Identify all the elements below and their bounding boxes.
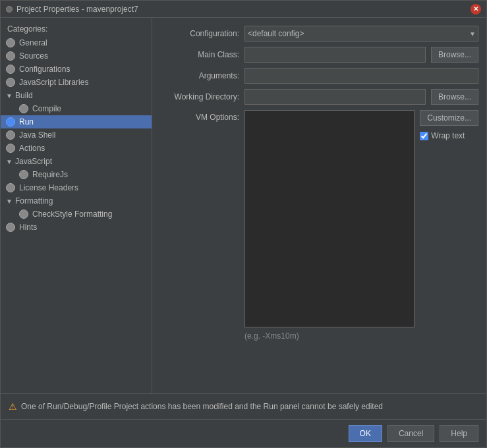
vm-options-label: VM Options: bbox=[160, 110, 239, 122]
sidebar-group-build[interactable]: ▼ Build bbox=[1, 89, 152, 102]
expand-arrow-icon: ▼ bbox=[6, 92, 13, 99]
bullet-icon bbox=[6, 78, 15, 87]
expand-arrow-icon: ▼ bbox=[6, 158, 13, 165]
sidebar-item-license-headers-label: License Headers bbox=[19, 183, 78, 192]
vm-options-textarea[interactable] bbox=[244, 110, 415, 327]
bullet-icon bbox=[6, 65, 15, 74]
vm-options-section: VM Options: Customize... Wrap text (e.g.… bbox=[160, 110, 478, 385]
configuration-label: Configuration: bbox=[160, 29, 239, 38]
bullet-icon bbox=[6, 117, 15, 126]
working-directory-browse-button[interactable]: Browse... bbox=[431, 89, 478, 105]
title-bar: Project Properties - mavenproject7 ✕ bbox=[1, 1, 486, 18]
footer: OK Cancel Help bbox=[1, 419, 486, 447]
main-class-input[interactable] bbox=[244, 47, 426, 63]
vm-right-controls: Customize... Wrap text bbox=[420, 110, 478, 140]
bullet-icon bbox=[6, 130, 15, 140]
title-bar-left: Project Properties - mavenproject7 bbox=[6, 5, 138, 14]
vm-options-hint: (e.g. -Xms10m) bbox=[244, 331, 478, 341]
arguments-input[interactable] bbox=[244, 68, 478, 84]
cancel-button[interactable]: Cancel bbox=[387, 425, 434, 442]
sidebar-item-compile[interactable]: Compile bbox=[1, 102, 152, 115]
help-button[interactable]: Help bbox=[440, 425, 478, 442]
bullet-icon bbox=[19, 210, 28, 219]
bullet-icon bbox=[19, 104, 28, 113]
bullet-icon bbox=[6, 38, 15, 47]
sidebar-item-actions-label: Actions bbox=[19, 144, 45, 153]
sidebar-group-build-label: Build bbox=[15, 91, 33, 100]
sidebar-item-requirejs-label: RequireJs bbox=[32, 170, 68, 179]
sidebar-item-configurations-label: Configurations bbox=[19, 65, 70, 74]
sidebar-item-run[interactable]: Run bbox=[1, 115, 152, 128]
working-directory-input[interactable] bbox=[244, 89, 426, 105]
wrap-text-row: Wrap text bbox=[420, 131, 465, 140]
sidebar: Categories: General Sources Configuratio… bbox=[1, 18, 152, 393]
sidebar-item-javascript-libraries[interactable]: JavaScript Libraries bbox=[1, 76, 152, 89]
main-class-browse-button[interactable]: Browse... bbox=[431, 47, 478, 63]
warning-text: One of Run/Debug/Profile Project actions… bbox=[21, 401, 383, 412]
main-content: Categories: General Sources Configuratio… bbox=[1, 18, 486, 393]
sidebar-item-compile-label: Compile bbox=[32, 104, 61, 113]
configuration-row: Configuration: <default config> ▼ bbox=[160, 26, 478, 42]
sidebar-item-hints-label: Hints bbox=[19, 223, 37, 232]
sidebar-group-javascript-label: JavaScript bbox=[15, 157, 52, 166]
close-button[interactable]: ✕ bbox=[471, 4, 481, 14]
sidebar-item-javascript-libraries-label: JavaScript Libraries bbox=[19, 78, 88, 87]
sidebar-item-sources[interactable]: Sources bbox=[1, 49, 152, 63]
main-class-label: Main Class: bbox=[160, 50, 239, 59]
sidebar-item-requirejs[interactable]: RequireJs bbox=[1, 168, 152, 181]
categories-label: Categories: bbox=[1, 20, 152, 36]
sidebar-item-checkstyle-formatting-label: CheckStyle Formatting bbox=[32, 210, 112, 219]
bullet-icon bbox=[19, 170, 28, 179]
wrap-text-label: Wrap text bbox=[431, 131, 465, 140]
arguments-label: Arguments: bbox=[160, 71, 239, 80]
sidebar-item-run-label: Run bbox=[19, 117, 34, 126]
right-panel: Configuration: <default config> ▼ Main C… bbox=[152, 18, 486, 393]
window-title: Project Properties - mavenproject7 bbox=[16, 5, 138, 14]
warning-section: ⚠ One of Run/Debug/Profile Project actio… bbox=[1, 393, 486, 419]
sidebar-item-actions[interactable]: Actions bbox=[1, 142, 152, 155]
ok-button[interactable]: OK bbox=[349, 425, 382, 442]
main-class-row: Main Class: Browse... bbox=[160, 47, 478, 63]
sidebar-item-checkstyle-formatting[interactable]: CheckStyle Formatting bbox=[1, 208, 152, 221]
sidebar-group-formatting-label: Formatting bbox=[15, 196, 53, 206]
sidebar-item-hints[interactable]: Hints bbox=[1, 221, 152, 234]
sidebar-item-sources-label: Sources bbox=[19, 51, 48, 61]
sidebar-item-general-label: General bbox=[19, 38, 47, 47]
main-window: Project Properties - mavenproject7 ✕ Cat… bbox=[0, 0, 487, 448]
sidebar-group-javascript[interactable]: ▼ JavaScript bbox=[1, 155, 152, 168]
configuration-select-wrapper: <default config> ▼ bbox=[244, 26, 478, 42]
sidebar-item-configurations[interactable]: Configurations bbox=[1, 63, 152, 76]
customize-button[interactable]: Customize... bbox=[420, 110, 478, 126]
working-directory-row: Working Directory: Browse... bbox=[160, 89, 478, 105]
window-icon bbox=[6, 6, 13, 13]
sidebar-item-java-shell-label: Java Shell bbox=[19, 130, 55, 140]
vm-textarea-row: Customize... Wrap text bbox=[244, 110, 478, 327]
bullet-icon bbox=[6, 51, 15, 61]
expand-arrow-icon: ▼ bbox=[6, 198, 13, 205]
sidebar-group-formatting[interactable]: ▼ Formatting bbox=[1, 194, 152, 208]
configuration-select[interactable]: <default config> bbox=[244, 26, 478, 42]
working-directory-label: Working Directory: bbox=[160, 92, 239, 101]
warning-icon: ⚠ bbox=[9, 401, 17, 412]
sidebar-item-general[interactable]: General bbox=[1, 36, 152, 49]
vm-options-right: Customize... Wrap text (e.g. -Xms10m) bbox=[244, 110, 478, 341]
arguments-row: Arguments: bbox=[160, 68, 478, 84]
bullet-icon bbox=[6, 183, 15, 192]
sidebar-item-java-shell[interactable]: Java Shell bbox=[1, 128, 152, 142]
sidebar-item-license-headers[interactable]: License Headers bbox=[1, 181, 152, 194]
bullet-icon bbox=[6, 223, 15, 232]
wrap-text-checkbox[interactable] bbox=[420, 132, 428, 140]
bullet-icon bbox=[6, 144, 15, 153]
